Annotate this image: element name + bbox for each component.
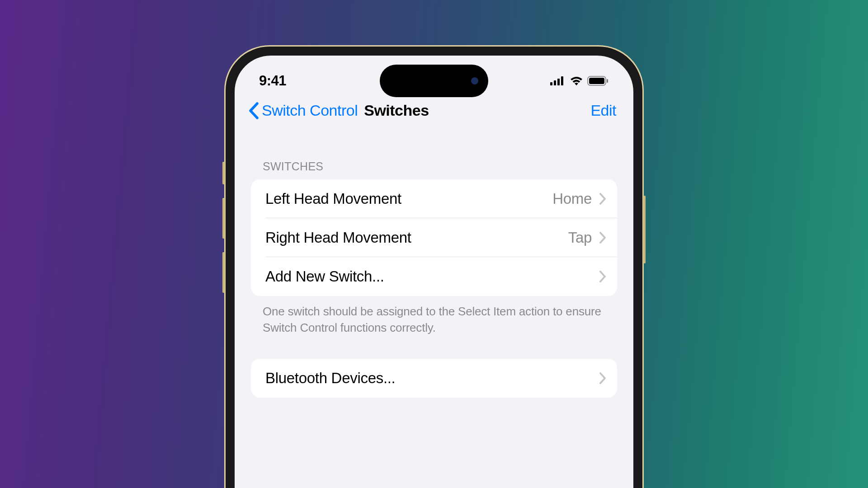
chevron-right-icon bbox=[599, 270, 606, 283]
wifi-icon bbox=[570, 76, 583, 86]
bluetooth-list: Bluetooth Devices... bbox=[251, 359, 617, 398]
switches-list: Left Head Movement Home Right Head Movem… bbox=[251, 179, 617, 296]
section-header: SWITCHES bbox=[251, 133, 617, 179]
svg-rect-0 bbox=[550, 82, 552, 85]
status-icons bbox=[550, 76, 609, 86]
svg-rect-6 bbox=[607, 79, 608, 83]
chevron-left-icon bbox=[248, 102, 259, 119]
svg-rect-1 bbox=[554, 80, 556, 85]
back-label: Switch Control bbox=[262, 102, 358, 119]
navigation-bar: Switch Control Switches Edit bbox=[235, 94, 633, 133]
list-item-label: Bluetooth Devices... bbox=[265, 370, 599, 387]
list-item-label: Right Head Movement bbox=[265, 229, 568, 246]
cellular-icon bbox=[550, 76, 566, 85]
phone-frame: 9:41 bbox=[224, 45, 644, 488]
section-footer: One switch should be assigned to the Sel… bbox=[251, 296, 617, 336]
content-area: SWITCHES Left Head Movement Home Right H… bbox=[235, 133, 633, 398]
chevron-right-icon bbox=[599, 231, 606, 244]
phone-side-buttons-left bbox=[222, 162, 225, 306]
list-item-add-new-switch[interactable]: Add New Switch... bbox=[251, 257, 617, 296]
chevron-right-icon bbox=[599, 372, 606, 385]
phone-screen: 9:41 bbox=[235, 56, 633, 488]
status-time: 9:41 bbox=[259, 73, 286, 89]
battery-icon bbox=[587, 76, 609, 86]
list-item-label: Add New Switch... bbox=[265, 268, 599, 285]
list-item-value: Tap bbox=[568, 229, 592, 246]
phone-side-buttons-right bbox=[643, 196, 646, 263]
camera-icon bbox=[471, 77, 478, 84]
list-item-value: Home bbox=[552, 190, 592, 207]
edit-button[interactable]: Edit bbox=[590, 102, 616, 119]
dynamic-island bbox=[380, 65, 488, 97]
chevron-right-icon bbox=[599, 192, 606, 205]
list-item-right-head-movement[interactable]: Right Head Movement Tap bbox=[251, 218, 617, 257]
svg-rect-5 bbox=[589, 78, 604, 84]
svg-rect-2 bbox=[557, 79, 560, 85]
list-item-bluetooth-devices[interactable]: Bluetooth Devices... bbox=[251, 359, 617, 398]
list-item-label: Left Head Movement bbox=[265, 190, 552, 207]
list-item-left-head-movement[interactable]: Left Head Movement Home bbox=[251, 179, 617, 218]
page-title: Switches bbox=[364, 102, 429, 119]
back-button[interactable]: Switch Control bbox=[248, 102, 358, 119]
svg-rect-3 bbox=[561, 76, 563, 85]
